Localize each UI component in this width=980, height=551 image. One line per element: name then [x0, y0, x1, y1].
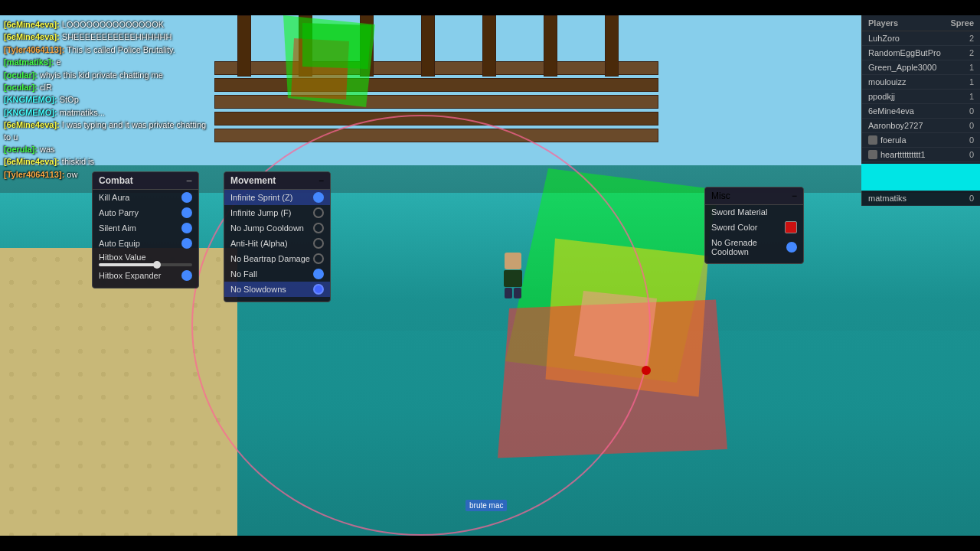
no-jump-cooldown-item: No Jump Cooldown: [224, 220, 330, 236]
infinite-sprint-toggle[interactable]: [313, 192, 324, 203]
no-beartrap-toggle[interactable]: [313, 253, 324, 264]
combat-panel-close[interactable]: −: [186, 175, 192, 186]
infinite-jump-toggle[interactable]: [313, 207, 324, 218]
sandy-pattern: [0, 248, 237, 551]
cyan-accent-box: [861, 164, 980, 191]
player-row: Green_Apple3000 1: [862, 60, 980, 75]
player-row: foerula 0: [862, 133, 980, 148]
misc-panel-close[interactable]: −: [792, 191, 797, 201]
sword-material-item: Sword Material: [705, 205, 803, 219]
no-grenade-cooldown-item: No Grenade Cooldown: [705, 236, 803, 259]
players-panel: Players Spree LuhZoro 2 RandomEggButPro …: [861, 15, 980, 206]
player-character: [498, 253, 528, 298]
combat-panel-title: Combat: [99, 175, 133, 186]
no-slowdowns-item: No Slowdowns: [224, 282, 330, 297]
players-panel-header: Players Spree: [862, 15, 980, 31]
no-fall-item: No Fall: [224, 266, 330, 282]
misc-panel-header: Misc −: [705, 187, 803, 205]
hitbox-slider-row: Hitbox Value: [93, 251, 198, 268]
player-row: moulouizz 1: [862, 75, 980, 90]
sword-color-swatch[interactable]: [785, 221, 797, 233]
auto-parry-item: Auto Parry: [93, 205, 198, 220]
combat-panel-header: Combat −: [93, 172, 198, 190]
combat-panel: Combat − Kill Aura Auto Parry Silent Aim…: [92, 171, 199, 289]
player-legs: [498, 288, 528, 298]
sword-color-item: Sword Color: [705, 219, 803, 236]
player-head: [505, 253, 521, 269]
auto-equip-toggle[interactable]: [181, 238, 192, 249]
anti-hit-item: Anti-Hit (Alpha): [224, 236, 330, 251]
auto-equip-item: Auto Equip: [93, 236, 198, 251]
infinite-jump-item: Infinite Jump (F): [224, 205, 330, 220]
dock: [214, 61, 674, 153]
movement-panel-close[interactable]: −: [318, 175, 324, 186]
player-row: 6eMine4eva 0: [862, 104, 980, 119]
anti-hit-toggle[interactable]: [313, 238, 324, 249]
no-grenade-cooldown-toggle[interactable]: [786, 242, 797, 253]
no-fall-toggle[interactable]: [313, 269, 324, 279]
player-row: LuhZoro 2: [862, 31, 980, 46]
no-jump-cooldown-toggle[interactable]: [313, 223, 324, 233]
kill-aura-toggle[interactable]: [181, 192, 192, 203]
hitbox-slider-fill: [99, 263, 155, 266]
avatar-icon: [868, 135, 877, 145]
hitbox-expander-toggle[interactable]: [181, 270, 192, 281]
movement-panel-header: Movement −: [224, 172, 330, 190]
player-row: ppodkjj 1: [862, 90, 980, 104]
player-row: Aaronboy2727 0: [862, 119, 980, 133]
silent-aim-item: Silent Aim: [93, 220, 198, 236]
hitbox-slider-track[interactable]: [99, 263, 192, 266]
brute-mac-label: brute mac: [466, 500, 507, 511]
infinite-sprint-item: Infinite Sprint (Z): [224, 190, 330, 205]
silent-aim-toggle[interactable]: [181, 223, 192, 233]
no-beartrap-item: No Beartrap Damage: [224, 251, 330, 266]
hitbox-expander-item: Hitbox Expander: [93, 268, 198, 283]
bottom-bar: [0, 536, 980, 551]
movement-panel: Movement − Infinite Sprint (Z) Infinite …: [224, 171, 331, 302]
hitbox-slider-thumb[interactable]: [153, 261, 161, 269]
misc-panel: Misc − Sword Material Sword Color No Gre…: [704, 187, 804, 264]
avatar-icon: [868, 150, 877, 159]
top-bar: [0, 0, 980, 15]
kill-aura-item: Kill Aura: [93, 190, 198, 205]
no-slowdowns-toggle[interactable]: [313, 284, 324, 295]
auto-parry-toggle[interactable]: [181, 207, 192, 218]
player-row: matmatiks 0: [862, 191, 980, 206]
player-row: RandomEggButPro 2: [862, 46, 980, 60]
player-row: heartttttttttt1 0: [862, 148, 980, 162]
misc-panel-title: Misc: [711, 191, 730, 201]
movement-panel-title: Movement: [230, 175, 276, 186]
player-body: [504, 270, 522, 287]
